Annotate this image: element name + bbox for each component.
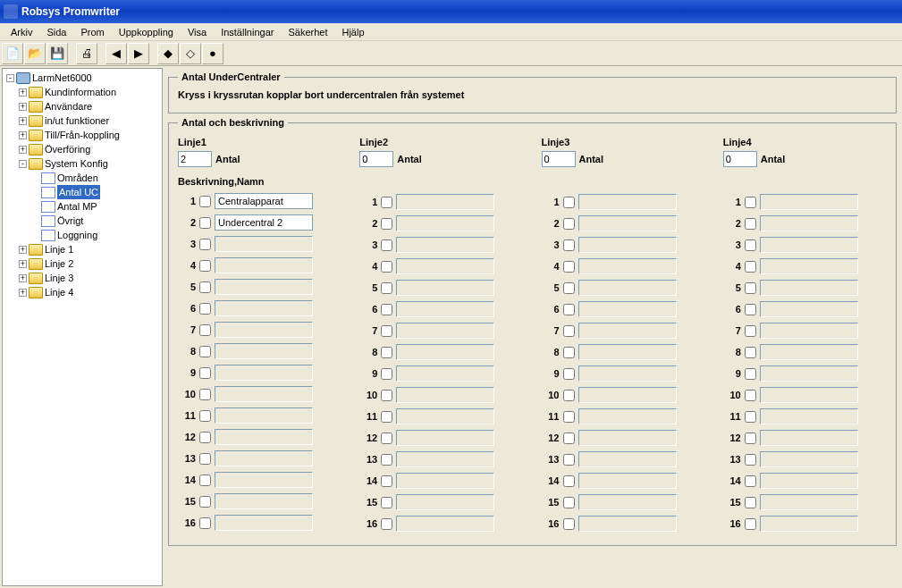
menu-säkerhet[interactable]: Säkerhet: [281, 25, 334, 39]
tree-item-överföring[interactable]: Överföring: [45, 142, 90, 156]
uc-name-input[interactable]: [760, 430, 858, 446]
tree-item-kundinformation[interactable]: Kundinformation: [45, 85, 116, 99]
menu-uppkoppling[interactable]: Uppkoppling: [112, 25, 181, 39]
uc-disable-checkbox[interactable]: [199, 260, 211, 272]
uc-disable-checkbox[interactable]: [381, 368, 392, 380]
uc-disable-checkbox[interactable]: [745, 304, 756, 315]
uc-disable-checkbox[interactable]: [745, 368, 756, 380]
uc-name-input[interactable]: [396, 387, 494, 403]
tree-item-användare[interactable]: Användare: [45, 99, 92, 113]
uc-name-input[interactable]: [215, 214, 313, 231]
toolbar-btn-0[interactable]: 📄: [2, 43, 23, 64]
uc-name-input[interactable]: [215, 236, 313, 252]
uc-name-input[interactable]: [578, 301, 677, 317]
expander-icon[interactable]: +: [19, 274, 27, 282]
uc-name-input[interactable]: [760, 237, 858, 253]
uc-disable-checkbox[interactable]: [199, 432, 211, 443]
uc-name-input[interactable]: [760, 194, 858, 210]
uc-disable-checkbox[interactable]: [563, 282, 575, 294]
uc-disable-checkbox[interactable]: [199, 303, 211, 315]
uc-name-input[interactable]: [760, 516, 858, 532]
tree-item-antal-mp[interactable]: Antal MP: [57, 199, 97, 214]
tree-item-system-konfig[interactable]: System Konfig: [45, 156, 108, 171]
uc-disable-checkbox[interactable]: [563, 390, 575, 401]
toolbar-btn-10[interactable]: ◇: [180, 43, 201, 64]
uc-name-input[interactable]: [215, 407, 313, 424]
uc-disable-checkbox[interactable]: [563, 304, 575, 315]
uc-disable-checkbox[interactable]: [381, 282, 392, 294]
expander-icon[interactable]: +: [19, 289, 27, 297]
uc-name-input[interactable]: [760, 451, 858, 467]
uc-disable-checkbox[interactable]: [745, 454, 756, 466]
expander-icon[interactable]: +: [19, 103, 27, 111]
tree-item-övrigt[interactable]: Övrigt: [57, 214, 83, 228]
uc-name-input[interactable]: [396, 280, 494, 296]
uc-disable-checkbox[interactable]: [381, 325, 392, 337]
expander-icon[interactable]: +: [19, 146, 27, 154]
uc-name-input[interactable]: [215, 343, 313, 359]
menu-arkiv[interactable]: Arkiv: [4, 25, 39, 39]
uc-name-input[interactable]: [396, 430, 494, 446]
uc-name-input[interactable]: [215, 472, 313, 488]
uc-disable-checkbox[interactable]: [381, 347, 392, 358]
uc-disable-checkbox[interactable]: [199, 324, 211, 336]
uc-disable-checkbox[interactable]: [381, 218, 392, 230]
uc-name-input[interactable]: [396, 258, 494, 274]
uc-disable-checkbox[interactable]: [381, 497, 392, 508]
uc-disable-checkbox[interactable]: [199, 346, 211, 357]
uc-disable-checkbox[interactable]: [563, 411, 575, 423]
uc-name-input[interactable]: [215, 300, 313, 316]
uc-name-input[interactable]: [215, 386, 313, 402]
uc-name-input[interactable]: [578, 494, 677, 510]
uc-name-input[interactable]: [215, 429, 313, 445]
uc-disable-checkbox[interactable]: [381, 261, 392, 273]
uc-disable-checkbox[interactable]: [745, 497, 756, 508]
uc-name-input[interactable]: [396, 194, 494, 210]
uc-name-input[interactable]: [578, 237, 677, 253]
menu-inställningar[interactable]: Inställningar: [214, 25, 281, 39]
tree-item-in/ut-funktioner[interactable]: in/ut funktioner: [45, 113, 109, 128]
uc-disable-checkbox[interactable]: [745, 390, 756, 401]
uc-disable-checkbox[interactable]: [199, 517, 211, 529]
uc-disable-checkbox[interactable]: [199, 367, 211, 379]
uc-disable-checkbox[interactable]: [745, 325, 756, 337]
toolbar-btn-7[interactable]: ▶: [128, 43, 149, 64]
uc-disable-checkbox[interactable]: [563, 497, 575, 508]
uc-disable-checkbox[interactable]: [381, 197, 392, 208]
uc-disable-checkbox[interactable]: [381, 239, 392, 251]
uc-name-input[interactable]: [760, 258, 858, 274]
toolbar-btn-1[interactable]: 📂: [24, 43, 46, 64]
uc-name-input[interactable]: [760, 473, 858, 489]
uc-disable-checkbox[interactable]: [563, 475, 575, 487]
uc-name-input[interactable]: [760, 365, 858, 382]
uc-name-input[interactable]: [396, 516, 494, 532]
uc-disable-checkbox[interactable]: [563, 368, 575, 380]
tree-item-loggning[interactable]: Loggning: [57, 228, 97, 242]
uc-name-input[interactable]: [396, 323, 494, 339]
expander-icon[interactable]: -: [19, 160, 27, 168]
uc-name-input[interactable]: [578, 451, 677, 467]
uc-name-input[interactable]: [578, 473, 677, 489]
uc-disable-checkbox[interactable]: [381, 433, 392, 444]
uc-name-input[interactable]: [578, 258, 677, 274]
uc-disable-checkbox[interactable]: [381, 411, 392, 423]
toolbar-btn-11[interactable]: ●: [202, 43, 223, 64]
uc-disable-checkbox[interactable]: [199, 389, 211, 400]
tree-item-linje-1[interactable]: Linje 1: [45, 242, 73, 256]
uc-disable-checkbox[interactable]: [381, 304, 392, 315]
uc-name-input[interactable]: [578, 365, 677, 382]
uc-disable-checkbox[interactable]: [563, 197, 575, 208]
uc-disable-checkbox[interactable]: [381, 475, 392, 487]
expander-icon[interactable]: +: [19, 246, 27, 254]
toolbar-btn-4[interactable]: 🖨: [76, 43, 97, 64]
uc-name-input[interactable]: [215, 193, 313, 209]
antal-input-linje1[interactable]: [178, 151, 212, 167]
antal-input-linje4[interactable]: [723, 151, 757, 167]
uc-name-input[interactable]: [396, 237, 494, 253]
menu-hjälp[interactable]: Hjälp: [334, 25, 371, 39]
uc-name-input[interactable]: [396, 473, 494, 489]
uc-name-input[interactable]: [396, 301, 494, 317]
uc-disable-checkbox[interactable]: [563, 325, 575, 337]
expander-icon[interactable]: +: [19, 88, 27, 97]
uc-name-input[interactable]: [760, 408, 858, 424]
